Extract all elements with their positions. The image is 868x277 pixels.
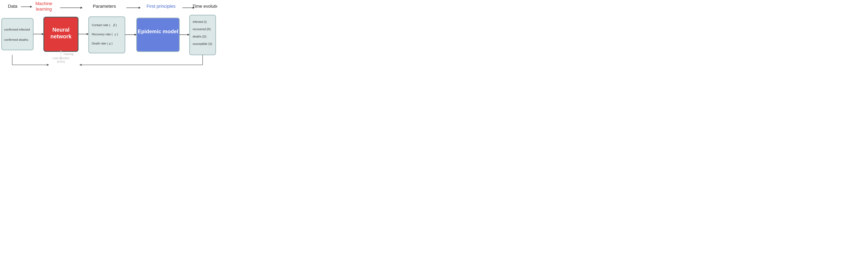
svg-marker-13 bbox=[87, 33, 89, 35]
svg-text:): ) bbox=[117, 32, 118, 36]
error-label: (error) bbox=[57, 60, 65, 63]
param-line1: Contact rate ( bbox=[92, 23, 110, 27]
diagram: Data Machine learning Parameters First p… bbox=[0, 0, 217, 69]
neural-line2: network bbox=[50, 33, 72, 39]
output-infected: infected (I) bbox=[193, 20, 207, 24]
label-data: Data bbox=[8, 4, 18, 9]
svg-marker-25 bbox=[60, 50, 62, 52]
param-line3: Death rate ( bbox=[92, 41, 108, 45]
svg-marker-3 bbox=[81, 7, 83, 9]
svg-rect-20 bbox=[136, 18, 179, 52]
svg-marker-7 bbox=[193, 7, 195, 9]
svg-rect-14 bbox=[89, 17, 125, 53]
svg-marker-32 bbox=[47, 64, 49, 66]
output-susceptible: susceptible (S) bbox=[193, 42, 212, 45]
label-learning: learning bbox=[36, 6, 52, 12]
svg-marker-28 bbox=[79, 64, 82, 66]
param-beta: β bbox=[113, 23, 115, 27]
svg-rect-11 bbox=[44, 17, 78, 52]
svg-rect-8 bbox=[2, 18, 33, 50]
data-line2: confirmed deaths bbox=[4, 38, 28, 41]
neural-line1: Neural bbox=[52, 27, 69, 33]
epidemic-line1: Epidemic model bbox=[137, 28, 178, 34]
label-first-principles: First principles bbox=[147, 4, 176, 9]
svg-rect-23 bbox=[190, 15, 216, 55]
param-gamma: γ bbox=[115, 32, 116, 36]
svg-text:): ) bbox=[112, 41, 113, 45]
svg-text:): ) bbox=[116, 23, 117, 27]
param-line2: Recovery rate ( bbox=[92, 32, 113, 36]
data-line1: confirmed infected bbox=[4, 28, 30, 31]
training-label: Training bbox=[63, 53, 73, 56]
svg-marker-10 bbox=[42, 33, 44, 35]
label-machine: Machine bbox=[35, 1, 52, 6]
loss-label: Loss function bbox=[53, 57, 69, 60]
svg-marker-22 bbox=[188, 34, 190, 36]
param-mu: μ bbox=[109, 41, 111, 45]
svg-marker-1 bbox=[30, 6, 32, 8]
svg-marker-5 bbox=[138, 7, 141, 9]
label-time-evolution: Time evolution bbox=[192, 4, 217, 9]
output-deaths: deaths (D) bbox=[193, 35, 207, 38]
svg-marker-19 bbox=[134, 34, 136, 36]
output-recovered: recovered (R) bbox=[193, 28, 211, 31]
label-parameters: Parameters bbox=[93, 4, 116, 9]
